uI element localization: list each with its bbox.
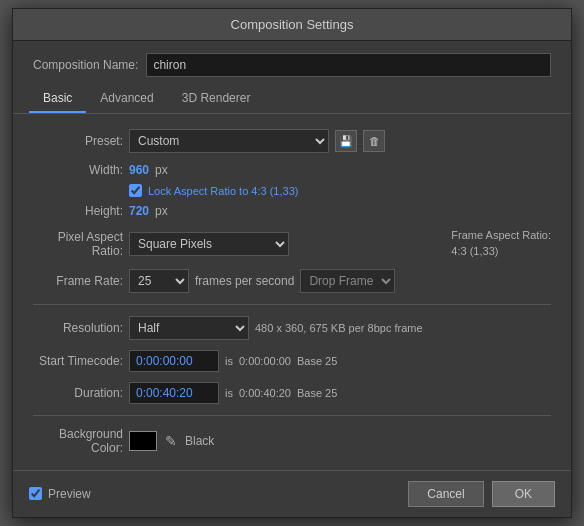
floppy-icon: 💾 (339, 135, 353, 148)
comp-name-input[interactable] (146, 53, 551, 77)
eyedropper-btn[interactable]: ✎ (163, 433, 179, 449)
title-bar: Composition Settings (13, 9, 571, 41)
tab-basic[interactable]: Basic (29, 85, 86, 113)
ok-button[interactable]: OK (492, 481, 555, 507)
res-info: 480 x 360, 675 KB per 8bpc frame (255, 322, 423, 334)
divider-1 (33, 304, 551, 305)
comp-name-label: Composition Name: (33, 58, 138, 72)
height-unit: px (155, 204, 168, 218)
dur-label: Duration: (33, 386, 123, 400)
frame-aspect-value: 4:3 (1,33) (451, 244, 551, 259)
lock-aspect-checkbox[interactable] (129, 184, 142, 197)
bg-label: Background Color: (33, 427, 123, 455)
st-is-label: is (225, 355, 233, 367)
par-row: Pixel Aspect Ratio: Square Pixels D1/DV … (33, 223, 551, 264)
height-value: 720 (129, 204, 149, 218)
preset-select[interactable]: Custom HDTV 1080 25 HDTV 720 25 PAL D1/D… (129, 129, 329, 153)
st-is-value: 0:00:00:00 (239, 355, 291, 367)
bg-color-row: Background Color: ✎ Black (33, 422, 551, 460)
preview-label[interactable]: Preview (29, 487, 91, 501)
par-select[interactable]: Square Pixels D1/DV NTSC D1/DV PAL (129, 232, 289, 256)
frame-aspect-label: Frame Aspect Ratio: (451, 228, 551, 243)
res-select[interactable]: Full Half Third Quarter Custom (129, 316, 249, 340)
content-area: Preset: Custom HDTV 1080 25 HDTV 720 25 … (13, 114, 571, 470)
dialog-title: Composition Settings (231, 17, 354, 32)
bottom-bar: Preview Cancel OK (13, 470, 571, 517)
preset-row: Preset: Custom HDTV 1080 25 HDTV 720 25 … (33, 124, 551, 158)
comp-name-row: Composition Name: (13, 41, 571, 85)
frames-label: frames per second (195, 274, 294, 288)
cancel-button[interactable]: Cancel (408, 481, 483, 507)
height-label: Height: (33, 204, 123, 218)
frame-aspect-box: Frame Aspect Ratio: 4:3 (1,33) (451, 228, 551, 259)
frame-rate-row: Frame Rate: 25 24 30 frames per second D… (33, 264, 551, 298)
dur-is-value: 0:00:40:20 (239, 387, 291, 399)
trash-icon: 🗑 (369, 135, 380, 147)
dur-base: Base 25 (297, 387, 337, 399)
preset-label: Preset: (33, 134, 123, 148)
tab-advanced[interactable]: Advanced (86, 85, 167, 113)
width-unit: px (155, 163, 168, 177)
fr-select[interactable]: 25 24 30 (129, 269, 189, 293)
width-value: 960 (129, 163, 149, 177)
resolution-row: Resolution: Full Half Third Quarter Cust… (33, 311, 551, 345)
composition-settings-dialog: Composition Settings Composition Name: B… (12, 8, 572, 518)
tabs-row: Basic Advanced 3D Renderer (13, 85, 571, 114)
fr-label: Frame Rate: (33, 274, 123, 288)
preset-delete-btn[interactable]: 🗑 (363, 130, 385, 152)
width-row: Width: 960 px (33, 158, 551, 182)
dur-is-label: is (225, 387, 233, 399)
duration-input[interactable] (129, 382, 219, 404)
start-timecode-input[interactable] (129, 350, 219, 372)
start-timecode-row: Start Timecode: is 0:00:00:00 Base 25 (33, 345, 551, 377)
duration-row: Duration: is 0:00:40:20 Base 25 (33, 377, 551, 409)
preset-save-btn[interactable]: 💾 (335, 130, 357, 152)
preview-checkbox[interactable] (29, 487, 42, 500)
st-label: Start Timecode: (33, 354, 123, 368)
lock-aspect-label: Lock Aspect Ratio to 4:3 (1,33) (148, 185, 298, 197)
divider-2 (33, 415, 551, 416)
width-label: Width: (33, 163, 123, 177)
drop-frame-select[interactable]: Drop Frame (300, 269, 395, 293)
bg-color-swatch[interactable] (129, 431, 157, 451)
st-base: Base 25 (297, 355, 337, 367)
bg-color-name: Black (185, 434, 214, 448)
res-label: Resolution: (33, 321, 123, 335)
preview-text: Preview (48, 487, 91, 501)
height-row: Height: 720 px (33, 199, 551, 223)
par-label: Pixel Aspect Ratio: (33, 230, 123, 258)
lock-aspect-row: Lock Aspect Ratio to 4:3 (1,33) (33, 182, 551, 199)
tab-3d-renderer[interactable]: 3D Renderer (168, 85, 265, 113)
